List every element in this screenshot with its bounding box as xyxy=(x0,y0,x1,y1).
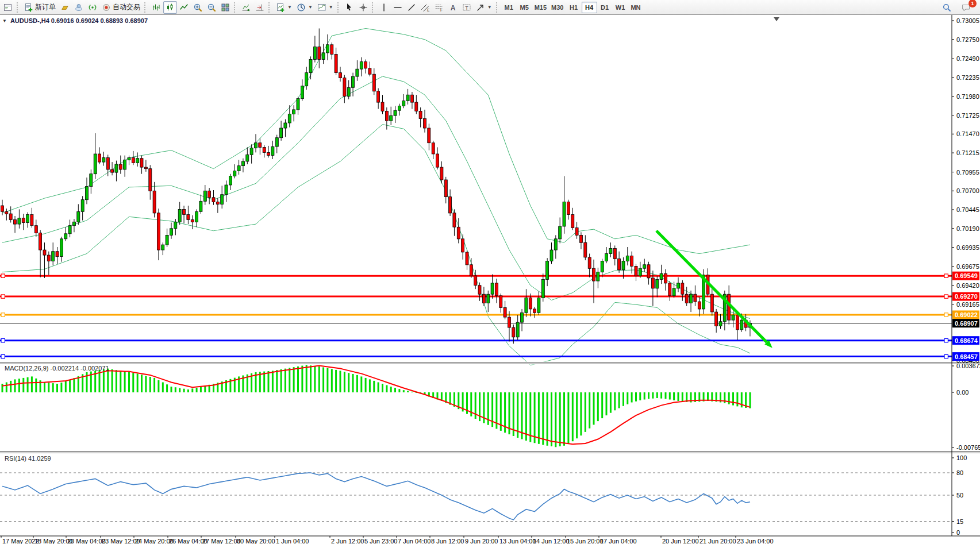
autotrading-button[interactable]: 自动交易 xyxy=(99,1,143,14)
fibonacci-button[interactable]: F xyxy=(432,1,446,14)
time-tick-label: 9 Jun 20:00 xyxy=(465,538,498,544)
line-endpoint-handle[interactable] xyxy=(944,295,948,298)
community-button[interactable] xyxy=(72,1,86,14)
chart-area[interactable]: 0.730050.727500.724900.722350.719800.717… xyxy=(0,15,980,544)
auto-scroll-button[interactable] xyxy=(239,1,253,14)
new-chart-icon xyxy=(276,3,285,12)
tile-windows-button[interactable] xyxy=(218,1,232,14)
horizontal-line-button[interactable] xyxy=(391,1,405,14)
crosshair-icon xyxy=(359,3,368,12)
line-endpoint-handle[interactable] xyxy=(1,295,5,298)
timeframe-h4-button[interactable]: H4 xyxy=(582,2,597,13)
chevron-down-icon: ▼ xyxy=(308,5,313,10)
toolbar-separator xyxy=(268,2,271,13)
time-tick-label: 27 May 12:00 xyxy=(202,538,241,544)
chart-shift-marker[interactable] xyxy=(774,17,779,21)
auto-scroll-icon xyxy=(241,3,251,12)
chevron-down-icon: ▼ xyxy=(329,5,333,10)
price-tag-label: 0.69270 xyxy=(955,293,978,300)
toolbar-separator xyxy=(234,2,237,13)
price-tick-label: 0.71215 xyxy=(956,149,979,156)
line-endpoint-handle[interactable] xyxy=(944,313,948,317)
rsi-tick-label: 100 xyxy=(956,454,967,461)
text-label-icon: T xyxy=(462,3,471,12)
text-icon: A xyxy=(448,3,458,12)
rsi-tick-label: 80 xyxy=(956,469,963,476)
indicators-button[interactable]: ▼ xyxy=(315,1,336,14)
time-tick-label: 26 May 04:00 xyxy=(169,538,207,544)
line-endpoint-handle[interactable] xyxy=(1,313,5,317)
line-endpoint-handle[interactable] xyxy=(944,339,948,342)
time-tick-label: 17 Jun 04:00 xyxy=(600,538,637,544)
timeframe-m30-button[interactable]: M30 xyxy=(549,2,566,13)
new-order-button[interactable]: 新订单 xyxy=(22,1,58,14)
line-chart-button[interactable] xyxy=(177,1,191,14)
time-tick-label: 24 May 20:00 xyxy=(135,538,174,544)
rsi-line xyxy=(2,473,750,520)
trendline-icon xyxy=(407,3,416,12)
time-tick-label: 7 Jun 04:00 xyxy=(398,538,431,544)
time-tick-label: 5 Jun 23:00 xyxy=(364,538,398,544)
trend-arrow-line[interactable] xyxy=(656,231,767,342)
price-tick-label: 0.72750 xyxy=(956,36,979,43)
new-order-icon xyxy=(24,3,33,12)
chevron-down-icon: ▼ xyxy=(287,5,292,10)
chart-bars-icon xyxy=(152,3,161,12)
time-tick-label: 21 Jun 20:00 xyxy=(700,538,736,544)
line-endpoint-handle[interactable] xyxy=(944,354,948,358)
bollinger-lower-band xyxy=(2,125,750,365)
search-button[interactable] xyxy=(940,1,954,14)
arrows-button[interactable]: ▼ xyxy=(474,1,494,14)
zoom-out-icon xyxy=(207,3,216,12)
notifications-button[interactable]: 1 xyxy=(959,1,973,14)
market-watch-icon xyxy=(3,3,13,12)
toolbar-separator xyxy=(337,2,340,13)
chart-canvas[interactable]: 0.730050.727500.724900.722350.719800.717… xyxy=(0,15,980,544)
indicators-icon xyxy=(317,3,326,12)
line-endpoint-handle[interactable] xyxy=(1,274,5,277)
svg-text:F: F xyxy=(440,8,443,12)
periods-button[interactable]: ▼ xyxy=(294,1,315,14)
rsi-tick-label: 15 xyxy=(956,518,963,525)
candlestick-chart-button[interactable] xyxy=(163,1,177,14)
timeframe-w1-button[interactable]: W1 xyxy=(613,2,628,13)
rsi-tick-label: 50 xyxy=(956,492,963,499)
vertical-line-button[interactable] xyxy=(377,1,391,14)
chart-shift-button[interactable] xyxy=(253,1,267,14)
community-icon xyxy=(74,3,83,12)
crosshair-button[interactable] xyxy=(356,1,370,14)
line-endpoint-handle[interactable] xyxy=(1,339,5,342)
toolbar-separator xyxy=(144,2,147,13)
gold-button[interactable] xyxy=(58,1,72,14)
text-label-button[interactable]: T xyxy=(460,1,474,14)
cursor-icon xyxy=(345,3,354,12)
new-chart-button[interactable]: ▼ xyxy=(274,1,294,14)
equidistant-channel-button[interactable]: E xyxy=(418,1,432,14)
timeframe-h1-button[interactable]: H1 xyxy=(566,2,582,13)
timeframe-d1-button[interactable]: D1 xyxy=(597,2,613,13)
fibonacci-icon: F xyxy=(435,3,444,12)
text-button[interactable]: A xyxy=(446,1,460,14)
market-watch-button[interactable] xyxy=(1,1,15,14)
time-tick-label: 15 Jun 20:00 xyxy=(567,538,604,544)
timeframe-m5-button[interactable]: M5 xyxy=(517,2,532,13)
price-tick-label: 0.71980 xyxy=(956,93,979,100)
timeframe-m15-button[interactable]: M15 xyxy=(532,2,549,13)
rsi-tick-label: 0 xyxy=(956,529,960,536)
timeframe-mn-button[interactable]: MN xyxy=(628,2,644,13)
trendline-button[interactable] xyxy=(405,1,418,14)
price-tick-label: 0.71470 xyxy=(956,130,979,137)
timeframe-m1-button[interactable]: M1 xyxy=(501,2,517,13)
signals-button[interactable] xyxy=(86,1,99,14)
bars-chart-button[interactable] xyxy=(149,1,163,14)
autotrading-button-label: 自动交易 xyxy=(113,2,140,12)
toolbar-right-group: 1 xyxy=(940,1,979,14)
line-endpoint-handle[interactable] xyxy=(1,354,5,358)
price-tag-label: 0.68457 xyxy=(955,353,978,360)
time-tick-label: 30 May 20:00 xyxy=(237,538,275,544)
zoom-out-button[interactable] xyxy=(205,1,218,14)
zoom-in-button[interactable] xyxy=(191,1,205,14)
cursor-button[interactable] xyxy=(343,1,356,14)
line-endpoint-handle[interactable] xyxy=(944,274,948,277)
price-tick-label: 0.72490 xyxy=(956,55,979,62)
